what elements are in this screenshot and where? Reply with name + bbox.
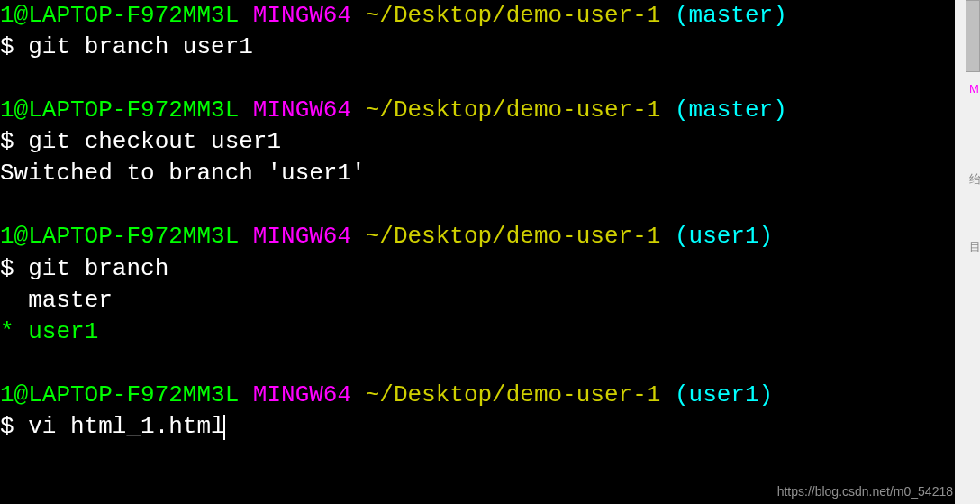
- cwd-path: ~/Desktop/demo-user-1: [366, 96, 661, 124]
- cwd-path: ~/Desktop/demo-user-1: [366, 2, 661, 29]
- command-line: $ git branch user1: [0, 32, 955, 63]
- user-host: 1@LAPTOP-F972MM3L: [0, 381, 239, 408]
- prompt-line: 1@LAPTOP-F972MM3L MINGW64 ~/Desktop/demo…: [0, 221, 955, 252]
- terminal-window[interactable]: 1@LAPTOP-F972MM3L MINGW64 ~/Desktop/demo…: [0, 0, 955, 504]
- branch-list-item-current: * user1: [0, 316, 955, 348]
- cwd-path: ~/Desktop/demo-user-1: [366, 381, 661, 408]
- branch-list-item: master: [0, 285, 955, 316]
- branch-name: master: [0, 287, 113, 314]
- side-char: 绐: [969, 171, 980, 188]
- git-branch: (master): [675, 96, 787, 124]
- text-cursor: [223, 415, 225, 440]
- user-host: 1@LAPTOP-F972MM3L: [0, 2, 239, 29]
- command-text: git checkout user1: [28, 128, 281, 155]
- git-branch: (user1): [675, 381, 773, 408]
- command-line[interactable]: $ vi html_1.html: [0, 411, 955, 443]
- side-char: M: [969, 81, 980, 97]
- shell-env: MINGW64: [253, 96, 351, 124]
- current-branch-name: user1: [28, 318, 98, 345]
- side-char: 目: [969, 239, 980, 255]
- command-text: git branch: [28, 255, 168, 282]
- command-line: $ git checkout user1: [0, 126, 955, 158]
- user-host: 1@LAPTOP-F972MM3L: [0, 223, 239, 250]
- prompt-line: 1@LAPTOP-F972MM3L MINGW64 ~/Desktop/demo…: [0, 95, 955, 126]
- prompt-line: 1@LAPTOP-F972MM3L MINGW64 ~/Desktop/demo…: [0, 0, 955, 32]
- shell-env: MINGW64: [253, 381, 351, 408]
- prompt-symbol: $: [0, 128, 14, 155]
- command-text: vi html_1.html: [28, 413, 224, 440]
- git-branch: (user1): [675, 223, 773, 250]
- command-line: $ git branch: [0, 253, 955, 285]
- scroll-area: 绐 M 目: [955, 0, 980, 504]
- current-branch-marker: *: [0, 318, 14, 345]
- cwd-path: ~/Desktop/demo-user-1: [366, 223, 661, 250]
- blank-line: [0, 63, 955, 95]
- output-line: Switched to branch 'user1': [0, 158, 955, 189]
- command-text: git branch user1: [28, 33, 253, 60]
- shell-env: MINGW64: [253, 223, 351, 250]
- prompt-symbol: $: [0, 255, 14, 282]
- user-host: 1@LAPTOP-F972MM3L: [0, 96, 239, 124]
- scrollbar-thumb[interactable]: [966, 0, 980, 72]
- git-branch: (master): [675, 2, 787, 29]
- prompt-symbol: $: [0, 33, 14, 60]
- prompt-line: 1@LAPTOP-F972MM3L MINGW64 ~/Desktop/demo…: [0, 380, 955, 411]
- blank-line: [0, 348, 955, 380]
- blank-line: [0, 189, 955, 221]
- shell-env: MINGW64: [253, 2, 351, 29]
- output-text: Switched to branch 'user1': [0, 160, 366, 187]
- prompt-symbol: $: [0, 413, 14, 440]
- watermark-text: https://blog.csdn.net/m0_54218: [777, 483, 953, 500]
